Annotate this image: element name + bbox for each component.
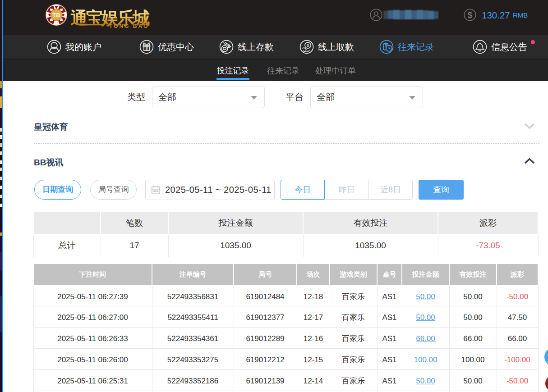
svg-text:$: $ bbox=[307, 43, 309, 48]
svg-text:TB: TB bbox=[52, 12, 60, 18]
svg-text:TONG BAO: TONG BAO bbox=[109, 23, 149, 29]
svg-text:$: $ bbox=[468, 10, 473, 20]
